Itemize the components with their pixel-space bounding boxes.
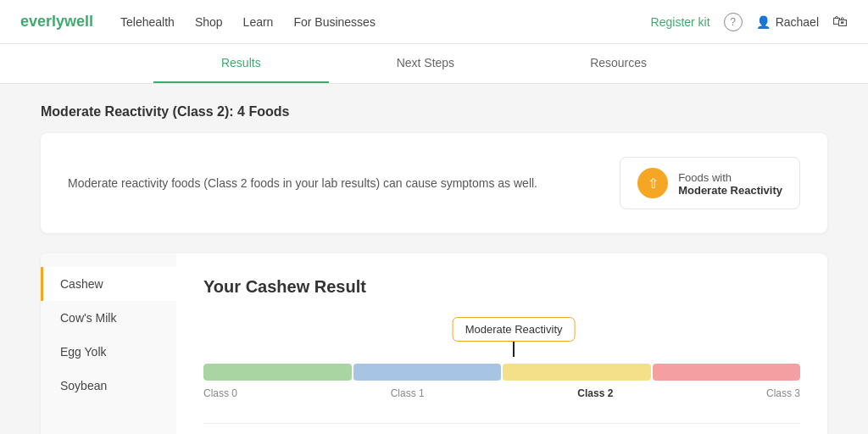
user-icon: 👤 bbox=[756, 15, 771, 29]
result-title: Your Cashew Result bbox=[203, 277, 800, 297]
tooltip-area: Moderate Reactivity bbox=[203, 317, 800, 357]
header-right: Register kit ? 👤 Rachael 🛍 bbox=[651, 13, 848, 31]
register-kit-link[interactable]: Register kit bbox=[651, 15, 710, 29]
info-card-text: Moderate reactivity foods (Class 2 foods… bbox=[68, 176, 620, 190]
sidebar-item-cows-milk[interactable]: Cow's Milk bbox=[41, 301, 176, 335]
sidebar-item-soybean[interactable]: Soybean bbox=[41, 369, 176, 403]
tab-next-steps[interactable]: Next Steps bbox=[329, 44, 522, 83]
label-class3: Class 3 bbox=[766, 387, 800, 399]
tooltip-line bbox=[513, 342, 515, 357]
tabs: Results Next Steps Resources bbox=[0, 44, 868, 84]
header: everlywell Telehealth Shop Learn For Bus… bbox=[0, 0, 868, 44]
sidebar-item-egg-yolk[interactable]: Egg Yolk bbox=[41, 335, 176, 369]
nav-shop[interactable]: Shop bbox=[195, 15, 223, 29]
bar-class2 bbox=[503, 364, 651, 381]
reactivity-bar bbox=[203, 364, 800, 381]
label-class1: Class 1 bbox=[391, 387, 425, 399]
username: Rachael bbox=[776, 15, 819, 29]
section-title: Moderate Reactivity (Class 2): 4 Foods bbox=[41, 104, 827, 120]
tooltip-box: Moderate Reactivity bbox=[453, 317, 576, 342]
badge-label: Foods with Moderate Reactivity bbox=[678, 171, 782, 197]
arrow-up-icon: ⇧ bbox=[637, 168, 668, 198]
moderate-badge: ⇧ Foods with Moderate Reactivity bbox=[620, 157, 800, 209]
tab-resources[interactable]: Resources bbox=[522, 44, 715, 83]
badge-info: Foods with Moderate Reactivity bbox=[678, 170, 782, 197]
main-nav: Telehealth Shop Learn For Businesses bbox=[120, 15, 651, 29]
bar-class0 bbox=[203, 364, 352, 381]
cart-icon[interactable]: 🛍 bbox=[832, 13, 848, 31]
content-area: Cashew Cow's Milk Egg Yolk Soybean Your … bbox=[41, 253, 827, 434]
bar-class3 bbox=[653, 364, 801, 381]
bar-labels: Class 0 Class 1 Class 2 Class 3 bbox=[203, 387, 800, 399]
label-class0: Class 0 bbox=[203, 387, 237, 399]
info-card: Moderate reactivity foods (Class 2 foods… bbox=[41, 133, 827, 233]
nav-learn[interactable]: Learn bbox=[243, 15, 274, 29]
bar-class1 bbox=[353, 364, 502, 381]
help-icon[interactable]: ? bbox=[724, 13, 743, 31]
food-sidebar: Cashew Cow's Milk Egg Yolk Soybean bbox=[41, 253, 176, 434]
main-content: Moderate Reactivity (Class 2): 4 Foods M… bbox=[27, 84, 841, 434]
nav-for-businesses[interactable]: For Businesses bbox=[293, 15, 375, 29]
user-area[interactable]: 👤 Rachael bbox=[756, 15, 819, 29]
sidebar-item-cashew[interactable]: Cashew bbox=[41, 267, 176, 301]
nav-telehealth[interactable]: Telehealth bbox=[120, 15, 175, 29]
result-panel: Your Cashew Result Moderate Reactivity C… bbox=[176, 253, 827, 434]
label-class2: Class 2 bbox=[577, 387, 613, 399]
tab-results[interactable]: Results bbox=[153, 44, 329, 83]
about-section: About cashew Cashews are nuts that are r… bbox=[203, 423, 800, 434]
logo[interactable]: everlywell bbox=[20, 13, 93, 31]
